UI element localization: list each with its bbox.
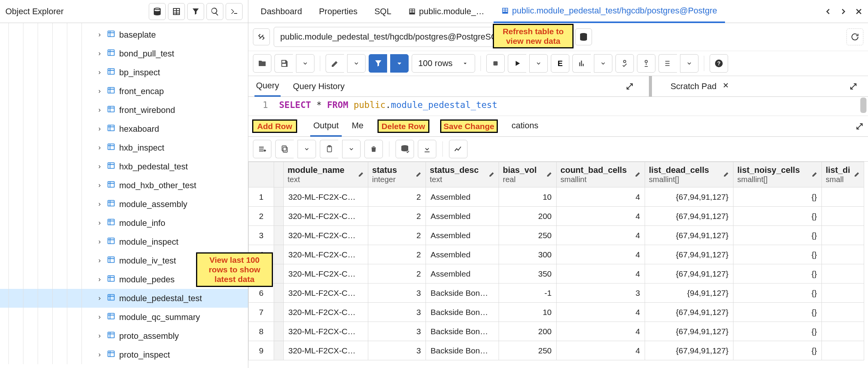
pencil-icon[interactable] <box>635 170 642 179</box>
row-handle[interactable] <box>274 226 284 245</box>
copy-dropdown[interactable] <box>298 140 316 158</box>
cell-list-dead-cells[interactable]: {67,94,91,127} <box>645 322 733 341</box>
rows-limit-select[interactable]: 100 rows <box>412 54 475 73</box>
cell-count-bad-cells[interactable]: 4 <box>557 303 645 322</box>
cell-list-di[interactable] <box>822 283 864 303</box>
execute-dropdown[interactable] <box>529 54 548 73</box>
tabs-prev-icon[interactable] <box>821 3 835 20</box>
filter-dropdown[interactable] <box>390 54 409 73</box>
open-file-button[interactable] <box>253 54 271 73</box>
cell-list-noisy-cells[interactable]: {} <box>733 226 822 245</box>
tab-properties[interactable]: Properties <box>311 0 365 23</box>
cell-list-dead-cells[interactable]: {67,94,91,127} <box>645 264 733 283</box>
cell-status-desc[interactable]: Assembled <box>426 264 499 283</box>
table-row[interactable]: 4320-ML-FC2X-C…2Assembled3004{67,94,91,1… <box>249 245 864 264</box>
chevron-right-icon[interactable] <box>96 333 103 340</box>
cell-status[interactable]: 2 <box>368 226 426 245</box>
tree-item-front-wirebond[interactable]: front_wirebond <box>0 101 248 119</box>
paste-dropdown[interactable] <box>342 140 361 158</box>
filter-button[interactable] <box>369 54 387 73</box>
cell-list-dead-cells[interactable]: {67,94,91,127} <box>645 187 733 207</box>
execute-button[interactable] <box>508 54 526 73</box>
server-icon-button[interactable] <box>575 28 592 45</box>
chevron-right-icon[interactable] <box>96 88 103 95</box>
cell-list-dead-cells[interactable]: {67,94,91,127} <box>645 207 733 226</box>
tree-item-module-pedestal-test[interactable]: module_pedestal_test <box>0 289 248 308</box>
save-data-button[interactable] <box>396 140 414 158</box>
cell-count-bad-cells[interactable]: 4 <box>557 322 645 341</box>
chart-button[interactable] <box>449 140 467 158</box>
chevron-right-icon[interactable] <box>96 126 103 133</box>
edit-button[interactable] <box>326 54 344 73</box>
cell-status-desc[interactable]: Assembled <box>426 207 499 226</box>
tree-item-bp-inspect[interactable]: bp_inspect <box>0 63 248 82</box>
chevron-right-icon[interactable] <box>96 31 103 38</box>
macros-dropdown[interactable] <box>680 54 698 73</box>
pencil-icon[interactable] <box>489 170 496 179</box>
cell-module-name[interactable]: 320-ML-FC2X-C… <box>284 264 368 283</box>
cell-status[interactable]: 3 <box>368 341 426 360</box>
row-number[interactable]: 1 <box>249 187 274 207</box>
cell-list-noisy-cells[interactable]: {} <box>733 341 822 360</box>
cell-bias-vol[interactable]: -1 <box>499 283 557 303</box>
row-number[interactable]: 7 <box>249 303 274 322</box>
tab-sql[interactable]: SQL <box>367 0 399 23</box>
cell-status-desc[interactable]: Backside Bon… <box>426 341 499 360</box>
tab-public-module-1[interactable]: public.module_… <box>401 0 492 23</box>
cell-module-name[interactable]: 320-ML-FC2X-C… <box>284 187 368 207</box>
tree-item-mod-hxb-other-test[interactable]: mod_hxb_other_test <box>0 176 248 195</box>
cell-count-bad-cells[interactable]: 3 <box>557 283 645 303</box>
col-status_desc[interactable]: status_desctext <box>426 162 499 187</box>
tree-item-proto-assembly[interactable]: proto_assembly <box>0 327 248 345</box>
col-count_bad_cells[interactable]: count_bad_cellssmallint <box>557 162 645 187</box>
chevron-right-icon[interactable] <box>96 351 103 358</box>
cell-list-dead-cells[interactable]: {67,94,91,127} <box>645 245 733 264</box>
connection-icon-button[interactable] <box>253 28 270 45</box>
chevron-right-icon[interactable] <box>96 276 103 283</box>
pane-splitter[interactable] <box>649 76 652 97</box>
tab-query-history[interactable]: Query History <box>291 76 346 97</box>
cell-bias-vol[interactable]: 250 <box>499 341 557 360</box>
table-row[interactable]: 2320-ML-FC2X-C…2Assembled2004{67,94,91,1… <box>249 207 864 226</box>
cell-module-name[interactable]: 320-ML-F2CX-C… <box>284 283 368 303</box>
cell-list-di[interactable] <box>822 341 864 360</box>
cell-count-bad-cells[interactable]: 4 <box>557 245 645 264</box>
cell-list-di[interactable] <box>822 226 864 245</box>
pencil-icon[interactable] <box>854 170 861 179</box>
tree-item-module-assembly[interactable]: module_assembly <box>0 195 248 214</box>
tree-item-hxb-pedestal-test[interactable]: hxb_pedestal_test <box>0 157 248 176</box>
object-tree[interactable]: baseplatebond_pull_testbp_inspectfront_e… <box>0 23 248 364</box>
table-row[interactable]: 3320-ML-FC2X-C…2Assembled2504{67,94,91,1… <box>249 226 864 245</box>
tree-item-bond-pull-test[interactable]: bond_pull_test <box>0 44 248 63</box>
tree-item-module-inspect[interactable]: module_inspect <box>0 232 248 251</box>
row-handle[interactable] <box>274 187 284 207</box>
row-handle[interactable] <box>274 322 284 341</box>
chevron-right-icon[interactable] <box>96 220 103 227</box>
row-handle[interactable] <box>274 207 284 226</box>
terminal-icon-button[interactable] <box>226 3 243 20</box>
results-grid[interactable]: module_nametextstatusintegerstatus_desct… <box>248 162 868 368</box>
table-row[interactable]: 7320-ML-F2CX-C…3Backside Bon…104{67,94,9… <box>249 303 864 322</box>
cell-status-desc[interactable]: Backside Bon… <box>426 322 499 341</box>
explain-button[interactable]: E <box>551 54 569 73</box>
delete-row-button[interactable] <box>364 140 383 158</box>
table-row[interactable]: 9320-ML-F2CX-C…3Backside Bon…2504{67,94,… <box>249 341 864 360</box>
expand-scratch-icon[interactable] <box>845 78 862 95</box>
pencil-icon[interactable] <box>546 170 553 179</box>
rollback-button[interactable] <box>637 54 655 73</box>
cell-status[interactable]: 3 <box>368 283 426 303</box>
tree-item-baseplate[interactable]: baseplate <box>0 25 248 44</box>
cell-status-desc[interactable]: Assembled <box>426 226 499 245</box>
chevron-right-icon[interactable] <box>96 314 103 321</box>
tab-public-module-pedestal-test[interactable]: public.module_pedestal_test/hgcdb/postgr… <box>494 0 725 23</box>
tabs-close-icon[interactable] <box>852 3 866 20</box>
cell-list-noisy-cells[interactable]: {} <box>733 187 822 207</box>
cell-bias-vol[interactable]: 10 <box>499 303 557 322</box>
tree-item-module-qc-summary[interactable]: module_qc_summary <box>0 308 248 327</box>
row-handle[interactable] <box>274 283 284 303</box>
cell-bias-vol[interactable]: 300 <box>499 245 557 264</box>
row-handle[interactable] <box>274 245 284 264</box>
col-bias_vol[interactable]: bias_volreal <box>499 162 557 187</box>
cell-list-noisy-cells[interactable]: {} <box>733 322 822 341</box>
cell-list-di[interactable] <box>822 207 864 226</box>
